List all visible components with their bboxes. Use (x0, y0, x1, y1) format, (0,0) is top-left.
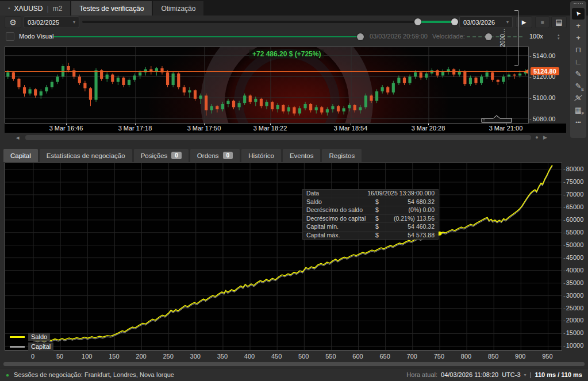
equity-x-label: 150 (109, 353, 119, 360)
journal-button[interactable]: ▤ (551, 16, 567, 28)
tab-events[interactable]: Eventos (283, 149, 321, 162)
gear-icon: ⚙ (9, 18, 17, 27)
stop-button[interactable]: ■ (535, 16, 549, 28)
object-list-icon[interactable]: ▦F (572, 105, 585, 116)
polyline-tool-icon: ∟ (575, 57, 582, 66)
current-time-value: 04/03/2026 11:08:20 (441, 371, 498, 378)
visual-mode-checkbox[interactable] (6, 32, 14, 41)
current-price-tag: 5124.80 (531, 67, 559, 75)
chart-scrollbar[interactable]: ◂ ● ▶ (5, 134, 566, 141)
time-axis-label: 3 Mar 21:00 (489, 125, 523, 132)
toolbar-grip[interactable] (574, 3, 583, 6)
start-date-select[interactable]: 03/02/2025 ▾ (24, 16, 79, 28)
tooltip-label: Capital mín. (306, 224, 375, 230)
time-axis-label: 3 Mar 17:50 (187, 125, 221, 132)
playback-current-time: 03/03/2026 20:59:00 (370, 33, 428, 40)
tab-orders[interactable]: Ordens0 (190, 149, 240, 162)
tooltip-row: Capital máx.$54 573.88 (303, 232, 438, 240)
tooltip-value: 16/09/2025 13:39:00.000 (341, 190, 435, 197)
scroll-left-icon[interactable]: ◂ (16, 134, 20, 141)
playback-progress-handle[interactable] (357, 33, 364, 40)
equity-legend: SaldoCapital (10, 333, 53, 352)
timeline-handle-start[interactable] (414, 18, 421, 25)
more-tools-icon: ••• (575, 120, 581, 125)
equity-canvas (5, 163, 562, 350)
crosshair-sync-icon[interactable]: + (572, 32, 585, 44)
time-marker-flag[interactable] (481, 115, 514, 124)
pencil-tool-icon[interactable]: ✎ (572, 68, 585, 80)
price-chart[interactable]: +72 486.20 $ (+725%) (5, 47, 529, 124)
equity-y-label: -40000 (563, 267, 583, 274)
tooltip-row: Decréscimo do saldo$(0%) 0.00 (303, 206, 438, 215)
equity-y-label: -35000 (563, 279, 583, 286)
equity-y-label: -25000 (563, 305, 583, 311)
timeline-handle-end[interactable] (451, 18, 458, 25)
tab-symbol-chart[interactable]: • XAUUSD | m2 (0, 1, 70, 16)
equity-x-label: 950 (542, 353, 552, 360)
equity-y-label: -65000 (563, 203, 583, 210)
symbol-status-dot: • (8, 5, 10, 11)
time-axis-label: 3 Mar 20:28 (412, 125, 445, 132)
equity-chart[interactable]: Data16/09/2025 13:39:00.000Saldo$54 680.… (5, 163, 562, 351)
tab-trade-statistics[interactable]: Estatísticas de negociação (40, 149, 132, 162)
frame-tool-icon: ⊓ (575, 45, 581, 54)
equity-x-label: 500 (298, 353, 309, 360)
cursor-tool-icon[interactable]: ➤ (572, 8, 585, 20)
tab-capital[interactable]: Capital (3, 149, 38, 162)
chart-scrollbar-thumb[interactable] (25, 135, 531, 140)
tooltip-value: 54 460.32 (385, 224, 435, 230)
no-drawing-icon[interactable]: ✎ (572, 93, 585, 104)
tab-optimization[interactable]: Otimização (153, 1, 203, 16)
equity-scrollbar[interactable] (3, 362, 585, 367)
speed-slider-handle[interactable] (485, 33, 492, 40)
equity-x-label: 800 (461, 353, 471, 360)
spinner-down-icon[interactable]: ▾ (558, 37, 560, 40)
more-tools-icon[interactable]: ••• (572, 117, 585, 128)
playback-progress-line[interactable] (53, 36, 357, 37)
journal-icon: ▤ (555, 18, 562, 26)
speed-spinner[interactable]: ▴ ▾ (558, 33, 560, 40)
tick-dash: - (529, 52, 532, 59)
equity-x-label: 0 (31, 353, 34, 360)
timeline-track[interactable] (82, 21, 420, 23)
time-axis-label: 3 Mar 18:22 (253, 125, 287, 132)
tab-history[interactable]: Histórico (241, 149, 281, 162)
tooltip-currency: $ (375, 232, 385, 239)
time-axis-label: 3 Mar 17:18 (118, 125, 152, 132)
tab-logs[interactable]: Registos (322, 149, 362, 162)
end-date-select[interactable]: 03/03/2026 ▾ (459, 16, 513, 28)
time-axis-label: 3 Mar 16:46 (49, 125, 83, 132)
tooltip-value: (0.21%) 113.56 (385, 215, 435, 222)
frame-tool-icon[interactable]: ⊓ (572, 44, 585, 56)
equity-scrollbar-thumb[interactable] (3, 362, 585, 366)
equity-y-label: -80000 (563, 166, 583, 172)
trading-sessions-text: Sessões de negociação: Frankfurt, Londre… (14, 371, 174, 378)
end-date-value: 03/03/2026 (463, 19, 495, 26)
legend-swatch (10, 346, 25, 348)
pencil-tool-icon: ✎ (575, 70, 582, 78)
crosshair-icon[interactable]: + (572, 20, 585, 32)
ping-latency: 110 ms / 110 ms (535, 371, 582, 378)
equity-x-label: 650 (379, 353, 390, 360)
results-tab-bar: Capital Estatísticas de negociação Posiç… (0, 145, 588, 162)
tab-strategy-tester[interactable]: Testes de verificação (71, 1, 152, 16)
chevron-down-icon[interactable]: ▾ (524, 372, 526, 378)
equity-x-label: 450 (271, 353, 282, 360)
equity-x-label: 700 (407, 353, 417, 360)
scroll-to-end-icon[interactable]: ● ▶ (535, 134, 549, 140)
start-date-value: 03/02/2025 (28, 19, 59, 26)
equity-y-label: -30000 (563, 292, 583, 299)
time-axis[interactable]: 3 Mar 16:463 Mar 17:183 Mar 17:503 Mar 1… (5, 124, 566, 133)
legend-item: Saldo (10, 333, 53, 341)
tooltip-row: Capital mín.$54 460.32 (303, 223, 438, 232)
legend-item: Capital (10, 342, 53, 351)
chevron-down-icon: ▾ (506, 20, 509, 25)
timezone-value[interactable]: UTC-3 (502, 371, 520, 378)
equity-x-label: 900 (515, 353, 525, 360)
stop-icon: ■ (540, 19, 544, 25)
settings-button[interactable]: ⚙ (5, 16, 21, 28)
polyline-tool-icon[interactable]: ∟ (572, 56, 585, 68)
tab-positions[interactable]: Posições0 (134, 149, 189, 162)
tooltip-label: Data (306, 190, 341, 197)
text-annotation-icon[interactable]: ✎E (572, 80, 585, 92)
